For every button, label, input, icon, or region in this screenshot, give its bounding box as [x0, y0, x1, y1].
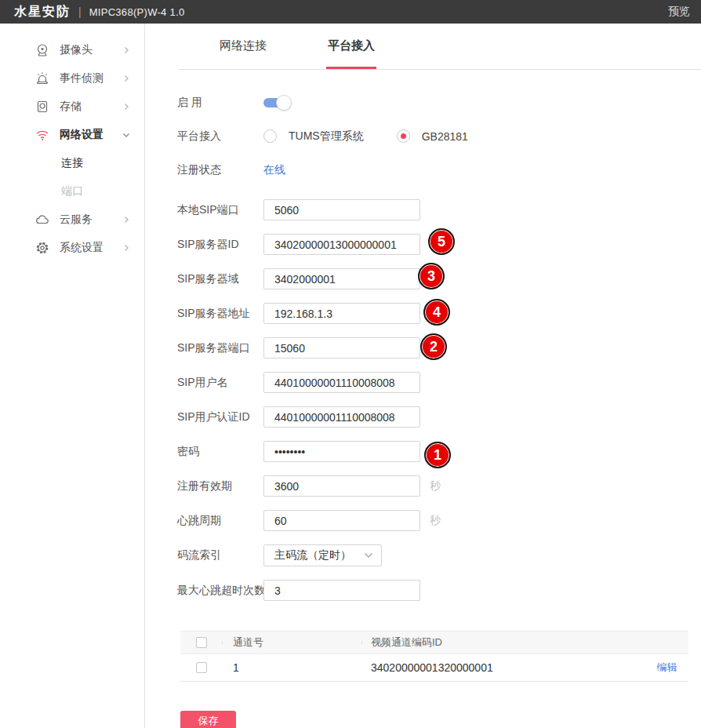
chevron-right-icon	[122, 75, 130, 82]
tab-bar: 网络连接 平台接入	[179, 24, 701, 70]
sidebar-item-label: 云服务	[60, 213, 122, 227]
status-value: 在线	[263, 163, 285, 177]
sidebar-item-event-detection[interactable]: 事件侦测	[0, 64, 144, 93]
sip-username-input[interactable]	[263, 372, 420, 393]
status-label: 注册状态	[177, 163, 263, 177]
unit-seconds: 秒	[430, 479, 441, 493]
field-sip-server-domain: SIP服务器域 3	[177, 268, 701, 289]
camera-icon	[35, 43, 49, 57]
local-sip-port-input[interactable]	[263, 199, 420, 220]
sidebar-item-cloud-service[interactable]: 云服务	[0, 206, 144, 234]
main-content: 网络连接 平台接入 启 用 平台接入 TUMS管理系统	[145, 24, 701, 728]
chevron-right-icon	[122, 216, 130, 224]
sip-server-address-input[interactable]	[263, 303, 420, 324]
chevron-right-icon	[122, 103, 130, 111]
stream-index-select[interactable]: 主码流（定时）	[263, 544, 382, 566]
cell-encoding-id: 34020000001320000001	[361, 661, 645, 674]
annotation-badge-4: 4	[423, 299, 450, 326]
field-password: 密码 1	[177, 441, 701, 462]
sidebar-item-system-settings[interactable]: 系统设置	[0, 234, 144, 262]
chevron-down-icon	[122, 131, 130, 139]
field-max-heartbeat-timeouts: 最大心跳超时次数	[177, 580, 701, 601]
field-registration-validity: 注册有效期 秒	[177, 475, 701, 497]
annotation-badge-2: 2	[420, 333, 447, 360]
platform-label: 平台接入	[177, 129, 263, 144]
radio-gb28181[interactable]: GB28181	[397, 129, 468, 143]
enable-toggle[interactable]	[263, 95, 292, 111]
chevron-right-icon	[122, 244, 130, 252]
top-bar: 水星安防 | MIPC368(P)W-4 1.0 预览	[0, 0, 701, 24]
field-heartbeat-period: 心跳周期 秒	[177, 510, 701, 531]
logo-divider: |	[78, 5, 82, 18]
channel-table: 通道号 视频通道编码ID 1 34020000001320000001 编辑	[180, 631, 688, 682]
cloud-icon	[35, 213, 49, 227]
sidebar-item-network-settings[interactable]: 网络设置	[0, 121, 144, 149]
radio-tums[interactable]: TUMS管理系统	[263, 129, 364, 144]
sidebar-item-camera[interactable]: 摄像头	[0, 36, 144, 64]
brand-logo: 水星安防	[14, 4, 71, 20]
cell-channel: 1	[222, 661, 361, 674]
header-encoding-id: 视频通道编码ID	[361, 635, 645, 650]
field-sip-auth-id: SIP用户认证ID	[177, 406, 701, 428]
toggle-knob	[276, 95, 292, 111]
enable-row: 启 用	[177, 86, 701, 119]
password-input[interactable]	[263, 441, 420, 462]
platform-row: 平台接入 TUMS管理系统 GB28181	[177, 119, 701, 153]
platform-access-form: 启 用 平台接入 TUMS管理系统 GB28181	[145, 70, 701, 601]
max-heartbeat-timeouts-input[interactable]	[263, 580, 420, 601]
sidebar-item-label: 网络设置	[60, 128, 122, 142]
sidebar-subitem-port[interactable]: 端口	[0, 177, 144, 206]
sidebar-item-storage[interactable]: 存储	[0, 93, 144, 121]
annotation-badge-1: 1	[424, 442, 451, 468]
sidebar: 摄像头 事件侦测 存储	[0, 24, 145, 728]
field-local-sip-port: 本地SIP端口	[177, 199, 701, 220]
sidebar-item-label: 摄像头	[60, 43, 122, 57]
field-sip-server-address: SIP服务器地址 4	[177, 303, 701, 324]
platform-radio-group: TUMS管理系统 GB28181	[263, 129, 501, 144]
radio-circle	[397, 129, 410, 143]
wifi-icon	[35, 128, 49, 142]
sidebar-subitem-connection[interactable]: 连接	[0, 149, 144, 177]
alarm-icon	[35, 71, 49, 86]
unit-seconds: 秒	[430, 514, 441, 528]
edit-link[interactable]: 编辑	[657, 661, 677, 673]
header-channel: 通道号	[222, 635, 361, 650]
tab-network-connection[interactable]: 网络连接	[220, 38, 267, 69]
sip-auth-id-input[interactable]	[263, 406, 420, 428]
table-header-row: 通道号 视频通道编码ID	[180, 632, 688, 654]
gear-icon	[35, 241, 49, 255]
sidebar-item-label: 系统设置	[60, 241, 122, 255]
sidebar-item-label: 存储	[60, 100, 122, 114]
chevron-down-icon	[364, 552, 373, 559]
enable-label: 启 用	[177, 96, 263, 110]
sip-server-port-input[interactable]	[263, 337, 420, 359]
table-row: 1 34020000001320000001 编辑	[180, 654, 688, 681]
registration-validity-input[interactable]	[263, 475, 420, 497]
row-checkbox[interactable]	[196, 662, 207, 673]
chevron-right-icon	[122, 46, 130, 54]
tab-platform-access[interactable]: 平台接入	[328, 38, 375, 69]
field-sip-server-id: SIP服务器ID 5	[177, 234, 701, 255]
preview-link[interactable]: 预览	[668, 5, 690, 19]
annotation-badge-5: 5	[428, 228, 455, 255]
radio-circle	[263, 129, 277, 143]
storage-icon	[35, 100, 49, 114]
annotation-badge-3: 3	[418, 263, 445, 289]
field-stream-index: 码流索引 主码流（定时）	[177, 544, 701, 566]
status-row: 注册状态 在线	[177, 153, 701, 187]
select-all-checkbox[interactable]	[196, 637, 207, 648]
field-sip-username: SIP用户名	[177, 372, 701, 393]
save-button[interactable]: 保存	[180, 711, 236, 728]
sip-server-domain-input[interactable]	[263, 268, 420, 289]
field-sip-server-port: SIP服务器端口 2	[177, 337, 701, 359]
sidebar-item-label: 事件侦测	[60, 71, 122, 86]
sip-server-id-input[interactable]	[263, 234, 420, 255]
heartbeat-period-input[interactable]	[263, 510, 420, 531]
device-model: MIPC368(P)W-4 1.0	[89, 6, 185, 18]
